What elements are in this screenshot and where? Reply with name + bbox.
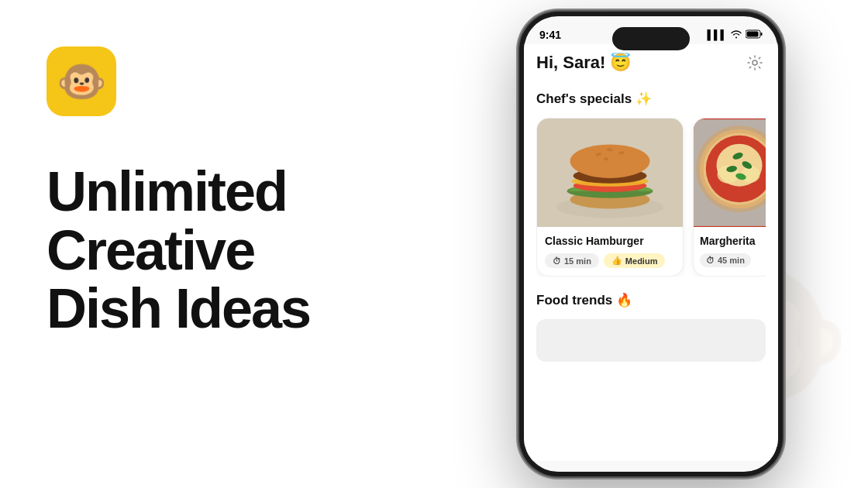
hamburger-difficulty-badge: 👍 Medium (604, 253, 666, 268)
right-section: 9:41 ▌▌▌ (434, 0, 868, 488)
greeting-text: Hi, Sara! 😇 (536, 53, 631, 73)
app-content: Hi, Sara! 😇 Chef's specials ✨ (524, 44, 778, 461)
phone-screen: 9:41 ▌▌▌ (524, 16, 778, 472)
thumbs-up-icon: 👍 (611, 256, 622, 266)
settings-button[interactable] (744, 52, 766, 74)
headline: Unlimited Creative Dish Ideas (46, 163, 388, 339)
svg-rect-1 (761, 33, 763, 36)
clock-icon: ⏱ (553, 256, 561, 266)
margherita-name: Margherita (700, 235, 766, 247)
status-icons: ▌▌▌ (707, 29, 763, 41)
wifi-icon (731, 29, 742, 41)
food-cards-row: Classic Hamburger ⏱ 15 min 👍 Medium (536, 118, 766, 277)
margherita-time-badge: ⏱ 45 min (700, 253, 751, 267)
status-time: 9:41 (539, 29, 561, 41)
dynamic-island (612, 27, 690, 50)
chefs-specials-title: Chef's specials ✨ (536, 91, 766, 107)
hamburger-card-body: Classic Hamburger ⏱ 15 min 👍 Medium (537, 227, 683, 276)
left-section: 🐵 Unlimited Creative Dish Ideas (0, 0, 434, 488)
hamburger-name: Classic Hamburger (545, 235, 675, 247)
hamburger-image (537, 119, 683, 227)
battery-icon (746, 29, 763, 41)
food-trends-title: Food trends 🔥 (536, 292, 766, 308)
food-card-hamburger[interactable]: Classic Hamburger ⏱ 15 min 👍 Medium (536, 118, 684, 277)
food-trends-bar (536, 319, 766, 362)
app-icon: 🐵 (46, 46, 116, 116)
phone-frame: 9:41 ▌▌▌ (519, 12, 783, 476)
svg-point-3 (753, 60, 757, 65)
clock-icon-2: ⏱ (706, 256, 715, 265)
margherita-card-body: Margherita ⏱ 45 min (694, 227, 766, 275)
phone-mockup: 9:41 ▌▌▌ (519, 12, 783, 476)
signal-icon: ▌▌▌ (707, 29, 727, 40)
hamburger-time-badge: ⏱ 15 min (545, 253, 599, 268)
food-card-margherita[interactable]: Margherita ⏱ 45 min (693, 118, 766, 277)
hamburger-badges: ⏱ 15 min 👍 Medium (545, 253, 675, 268)
margherita-image (694, 119, 766, 227)
greeting-row: Hi, Sara! 😇 (536, 52, 766, 74)
svg-rect-2 (747, 31, 759, 36)
